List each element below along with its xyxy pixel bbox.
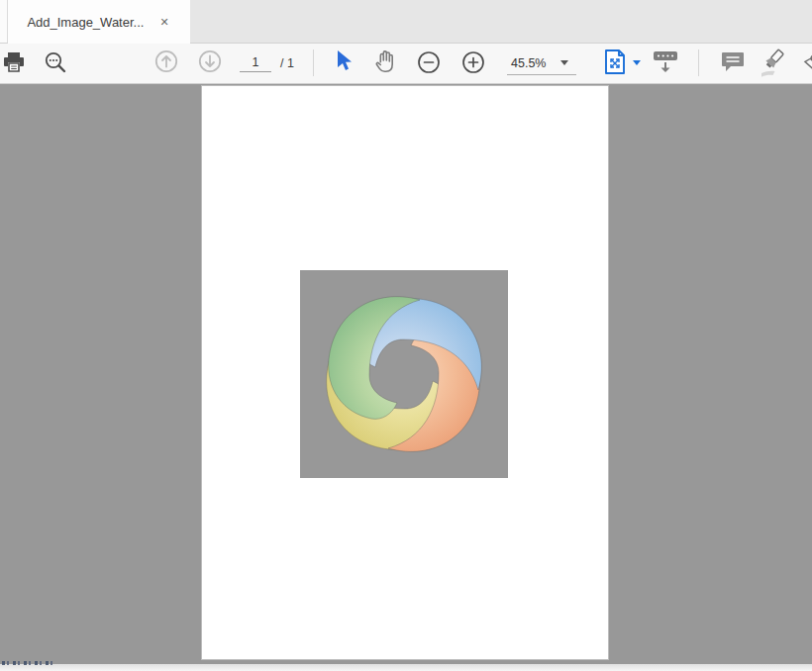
document-tab[interactable]: Add_Image_Water... ✕ <box>8 0 190 44</box>
fit-page-button[interactable] <box>602 48 628 81</box>
zoom-in-icon <box>461 50 485 74</box>
find-icon <box>44 50 67 74</box>
select-tool-button[interactable] <box>336 49 354 77</box>
zoom-level-value[interactable]: 45.5% <box>511 56 546 70</box>
fit-page-icon <box>602 48 628 77</box>
pdf-viewer-window: { "tab_bar": { "tab_title": "Add_Image_W… <box>0 0 812 671</box>
previous-page-button[interactable] <box>154 49 178 77</box>
comment-button[interactable] <box>721 50 745 78</box>
bottom-bar-edge <box>0 664 812 671</box>
next-page-icon <box>198 49 222 73</box>
hand-tool-button[interactable] <box>373 49 397 77</box>
previous-page-icon <box>154 49 178 73</box>
zoom-level-underline <box>507 74 576 75</box>
tab-bar: Add_Image_Water... ✕ <box>0 0 812 44</box>
hand-tool-icon <box>373 49 397 73</box>
tabbar-left-edge <box>0 0 8 43</box>
zoom-level-dropdown-icon[interactable] <box>560 60 568 65</box>
status-text-fragment <box>2 661 55 665</box>
toolbar-divider <box>313 49 314 76</box>
toolbar-divider <box>698 49 699 76</box>
fit-page-dropdown-icon[interactable] <box>633 60 641 65</box>
swirl-logo <box>300 270 508 478</box>
close-tab-icon[interactable]: ✕ <box>157 15 170 30</box>
print-button[interactable] <box>2 50 26 78</box>
pdf-page[interactable] <box>201 85 609 660</box>
highlight-button[interactable] <box>759 48 788 83</box>
document-canvas[interactable] <box>0 84 812 671</box>
document-tab-title: Add_Image_Water... <box>27 15 144 30</box>
page-scrolling-icon <box>652 49 679 77</box>
find-button[interactable] <box>44 50 67 78</box>
select-tool-icon <box>336 49 354 73</box>
print-icon <box>2 50 26 74</box>
page-number-input[interactable] <box>240 52 271 72</box>
comment-icon <box>721 50 745 74</box>
highlight-icon <box>759 48 788 79</box>
zoom-out-button[interactable] <box>417 50 441 78</box>
draw-button[interactable] <box>798 48 812 83</box>
next-page-button[interactable] <box>198 49 222 77</box>
zoom-in-button[interactable] <box>461 50 485 78</box>
watermark-image <box>300 270 508 478</box>
draw-icon <box>798 48 812 79</box>
zoom-out-icon <box>417 50 441 74</box>
page-total-label: / 1 <box>280 56 294 70</box>
main-toolbar: / 1 45.5% <box>0 44 812 84</box>
page-scrolling-button[interactable] <box>652 49 679 81</box>
